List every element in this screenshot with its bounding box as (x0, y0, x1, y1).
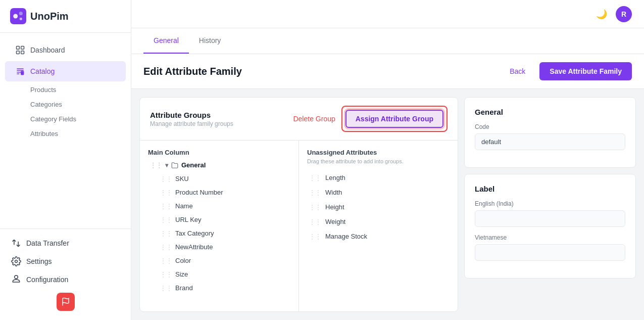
unassigned-item-weight[interactable]: ⋮⋮ Weight (307, 214, 450, 229)
tree-item-brand[interactable]: ⋮⋮ Brand (158, 281, 290, 295)
main-column-title: Main Column (148, 149, 290, 156)
sidebar-item-settings[interactable]: Settings (5, 252, 126, 270)
tab-history[interactable]: History (189, 28, 231, 54)
general-card: General Code (464, 97, 636, 168)
tree: ⋮⋮ ▾ General ⋮⋮ SKU (148, 158, 290, 295)
drag-handle-icon: ⋮⋮ (160, 257, 172, 264)
unassigned-column-subtitle: Drag these attribute to add into groups. (307, 158, 450, 164)
tabs-bar: General History (131, 28, 644, 54)
logo-text: UnoPim (30, 11, 69, 22)
main-area: 🌙 R General History Edit Attribute Famil… (131, 0, 644, 320)
label-card: Label English (India) Vietnamese (464, 174, 636, 279)
svg-rect-6 (17, 51, 20, 54)
header-actions: Back Save Attribute Family (502, 62, 632, 80)
code-input[interactable] (475, 133, 625, 150)
svg-rect-4 (17, 47, 20, 50)
drag-handle-icon: ⋮⋮ (309, 174, 321, 181)
dark-mode-toggle[interactable]: 🌙 (593, 6, 610, 22)
unassigned-item-height[interactable]: ⋮⋮ Height (307, 200, 450, 214)
vietnamese-input[interactable] (475, 244, 625, 261)
sidebar-item-dashboard-label: Dashboard (30, 46, 65, 54)
sidebar-bottom: Data Transfer Settings Configuration (0, 228, 131, 320)
page-title: Edit Attribute Family (143, 66, 242, 77)
page-header: Edit Attribute Family Back Save Attribut… (131, 54, 644, 89)
english-india-field-group: English (India) (475, 200, 625, 227)
panel-header: Attribute Groups Manage attribute family… (140, 98, 458, 141)
code-label: Code (475, 123, 625, 130)
catalog-icon (15, 66, 25, 76)
svg-rect-0 (10, 8, 26, 24)
vietnamese-label: Vietnamese (475, 234, 625, 241)
tree-item-name[interactable]: ⋮⋮ Name (158, 199, 290, 213)
english-india-input[interactable] (475, 210, 625, 227)
assign-group-wrapper: Assign Attribute Group (341, 106, 448, 132)
unassigned-column-title: Unassigned Attributes (307, 149, 450, 156)
drag-handle-icon: ⋮⋮ (160, 216, 172, 223)
panel-actions: Delete Group Assign Attribute Group (293, 106, 448, 132)
folder-icon (171, 162, 178, 169)
drag-handle-icon: ⋮⋮ (309, 233, 321, 240)
expand-icon[interactable]: ▾ (165, 162, 168, 169)
vietnamese-field-group: Vietnamese (475, 234, 625, 261)
tree-item-sku[interactable]: ⋮⋮ SKU (158, 172, 290, 186)
sidebar-item-dashboard[interactable]: Dashboard (5, 40, 126, 60)
sidebar-item-categories[interactable]: Categories (25, 97, 131, 112)
logo-icon (10, 8, 26, 24)
label-card-title: Label (475, 185, 625, 193)
sidebar-item-configuration[interactable]: Configuration (5, 270, 126, 289)
unassigned-item-length[interactable]: ⋮⋮ Length (307, 170, 450, 185)
tab-general[interactable]: General (143, 28, 189, 54)
tree-group-general-label: General (181, 161, 206, 169)
assign-attribute-group-button[interactable]: Assign Attribute Group (345, 110, 443, 128)
sidebar: UnoPim Dashboard Catalog Products C (0, 0, 131, 320)
svg-rect-5 (21, 47, 24, 50)
english-india-label: English (India) (475, 200, 625, 207)
sidebar-item-catalog[interactable]: Catalog (5, 61, 126, 81)
unassigned-column: Unassigned Attributes Drag these attribu… (299, 141, 458, 311)
data-transfer-icon (11, 238, 21, 248)
svg-rect-7 (21, 51, 24, 54)
drag-handle-icon: ⋮⋮ (150, 162, 162, 169)
drag-handle-icon: ⋮⋮ (309, 204, 321, 211)
svg-rect-8 (21, 71, 24, 75)
main-column: Main Column ⋮⋮ ▾ General ⋮⋮ (140, 141, 299, 311)
right-panel: General Code Label English (India) Vietn… (464, 97, 636, 312)
tree-item-color[interactable]: ⋮⋮ Color (158, 254, 290, 267)
tree-item-tax-category[interactable]: ⋮⋮ Tax Category (158, 226, 290, 240)
drag-handle-icon: ⋮⋮ (309, 218, 321, 225)
configuration-icon (11, 275, 21, 285)
sidebar-item-products[interactable]: Products (25, 82, 131, 97)
body-area: Attribute Groups Manage attribute family… (131, 89, 644, 320)
bottom-red-icon[interactable] (57, 293, 75, 311)
delete-group-button[interactable]: Delete Group (293, 115, 335, 123)
drag-handle-icon: ⋮⋮ (160, 271, 172, 278)
tree-item-product-number[interactable]: ⋮⋮ Product Number (158, 186, 290, 199)
code-field-group: Code (475, 123, 625, 150)
sidebar-item-category-fields[interactable]: Category Fields (25, 112, 131, 126)
svg-point-9 (15, 260, 18, 263)
drag-handle-icon: ⋮⋮ (160, 244, 172, 251)
settings-icon (11, 256, 21, 266)
general-card-title: General (475, 108, 625, 116)
sidebar-item-catalog-label: Catalog (30, 67, 55, 75)
save-attribute-family-button[interactable]: Save Attribute Family (539, 62, 632, 80)
tree-item-size[interactable]: ⋮⋮ Size (158, 267, 290, 281)
logo-area: UnoPim (0, 0, 131, 33)
drag-handle-icon: ⋮⋮ (160, 175, 172, 182)
tree-group-general[interactable]: ⋮⋮ ▾ General (148, 158, 290, 172)
tree-item-new-attribute[interactable]: ⋮⋮ NewAttribute (158, 240, 290, 254)
user-avatar[interactable]: R (616, 6, 632, 22)
panel-title-area: Attribute Groups Manage attribute family… (150, 111, 233, 127)
unassigned-item-width[interactable]: ⋮⋮ Width (307, 185, 450, 200)
sidebar-item-data-transfer[interactable]: Data Transfer (5, 234, 126, 252)
back-button[interactable]: Back (502, 63, 533, 79)
unassigned-item-manage-stock[interactable]: ⋮⋮ Manage Stock (307, 229, 450, 244)
drag-handle-icon: ⋮⋮ (160, 203, 172, 210)
sub-nav: Products Categories Category Fields Attr… (0, 82, 131, 137)
panel-subtitle: Manage attribute family groups (150, 120, 233, 127)
sidebar-item-attributes[interactable]: Attributes (25, 126, 131, 137)
svg-point-1 (13, 14, 18, 19)
sidebar-nav: Dashboard Catalog Products Categories Ca… (0, 33, 131, 137)
tree-item-url-key[interactable]: ⋮⋮ URL Key (158, 213, 290, 226)
tree-children: ⋮⋮ SKU ⋮⋮ Product Number ⋮⋮ Name (148, 172, 290, 295)
